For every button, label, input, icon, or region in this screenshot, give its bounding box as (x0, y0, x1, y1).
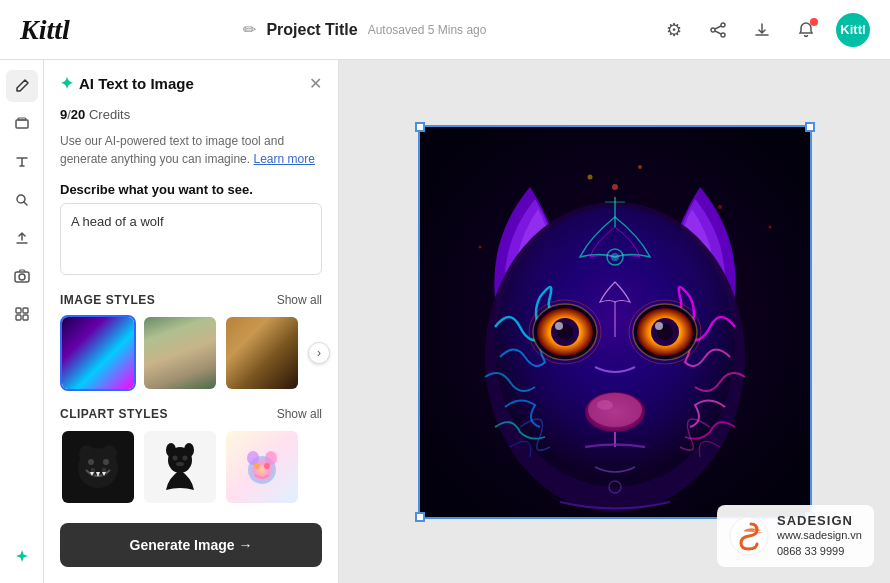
canvas-area: SADESIGN www.sadesign.vn 0868 33 9999 (339, 60, 890, 583)
svg-point-1 (711, 28, 715, 32)
svg-point-39 (478, 245, 481, 248)
credits-bar: 9/20 Credits (44, 103, 338, 132)
notification-icon[interactable] (792, 16, 820, 44)
panel-header: ✦ AI Text to Image ✕ (44, 60, 338, 103)
svg-point-35 (587, 174, 592, 179)
sadesign-logo (729, 516, 769, 556)
corner-handle-bl[interactable] (415, 512, 425, 522)
svg-point-22 (166, 443, 176, 457)
svg-point-36 (718, 205, 722, 209)
credits-total: 20 (71, 107, 85, 122)
svg-point-2 (721, 33, 725, 37)
header-right: ⚙ Kittl (660, 13, 870, 47)
image-styles-show-all[interactable]: Show all (277, 293, 322, 307)
header-center: ✏ Project Title Autosaved 5 Mins ago (243, 20, 486, 39)
svg-rect-11 (23, 308, 28, 313)
text-tool-button[interactable] (6, 146, 38, 178)
logo: Kittl (20, 14, 70, 46)
svg-line-4 (715, 31, 721, 34)
describe-label: Describe what you want to see. (44, 178, 338, 203)
image-style-item-2[interactable] (224, 315, 300, 391)
watermark: SADESIGN www.sadesign.vn 0868 33 9999 (717, 505, 874, 567)
clipart-styles-section: CLIPART STYLES Show all (44, 401, 338, 515)
svg-point-28 (247, 451, 259, 465)
project-title[interactable]: Project Title (266, 21, 357, 39)
share-icon[interactable] (704, 16, 732, 44)
clipart-styles-title: CLIPART STYLES (60, 407, 168, 421)
image-styles-next-arrow[interactable]: › (308, 342, 330, 364)
layers-tool-button[interactable] (6, 108, 38, 140)
header: Kittl ✏ Project Title Autosaved 5 Mins a… (0, 0, 890, 60)
panel-description: Use our AI-powered text to image tool an… (44, 132, 338, 178)
svg-point-25 (182, 455, 187, 460)
describe-textarea[interactable]: A head of a wolf (60, 203, 322, 275)
credits-label: Credits (89, 107, 130, 122)
panel-title: ✦ AI Text to Image (60, 74, 194, 93)
clipart-styles-show-all[interactable]: Show all (277, 407, 322, 421)
ai-sparkle-button[interactable] (6, 541, 38, 573)
watermark-phone: 0868 33 9999 (777, 544, 862, 559)
settings-icon[interactable]: ⚙ (660, 16, 688, 44)
image-style-item-0[interactable] (60, 315, 136, 391)
svg-point-16 (101, 445, 117, 463)
main-layout: ✦ AI Text to Image ✕ 9/20 Credits Use ou… (0, 60, 890, 583)
edit-tool-button[interactable] (6, 70, 38, 102)
svg-point-20 (103, 459, 109, 465)
svg-rect-5 (16, 120, 28, 128)
wolf-artwork (420, 127, 810, 517)
svg-point-24 (172, 455, 177, 460)
svg-point-29 (265, 451, 277, 465)
svg-point-31 (264, 463, 270, 469)
svg-point-9 (19, 274, 25, 280)
image-style-item-1[interactable] (142, 315, 218, 391)
svg-point-26 (176, 462, 184, 466)
clipart-style-item-1[interactable] (142, 429, 218, 505)
svg-point-38 (768, 225, 771, 228)
side-panel: ✦ AI Text to Image ✕ 9/20 Credits Use ou… (44, 60, 339, 583)
left-toolbar (0, 60, 44, 583)
image-styles-title: IMAGE STYLES (60, 293, 155, 307)
image-styles-row: › (44, 315, 338, 391)
svg-point-50 (555, 322, 563, 330)
upload-tool-button[interactable] (6, 222, 38, 254)
svg-point-34 (638, 165, 642, 169)
svg-rect-13 (23, 315, 28, 320)
grid-tool-button[interactable] (6, 298, 38, 330)
clipart-style-item-0[interactable] (60, 429, 136, 505)
pencil-icon[interactable]: ✏ (243, 20, 256, 39)
clipart-style-item-2[interactable] (224, 429, 300, 505)
svg-rect-10 (16, 308, 21, 313)
watermark-info: SADESIGN www.sadesign.vn 0868 33 9999 (777, 513, 862, 559)
autosave-status: Autosaved 5 Mins ago (368, 23, 487, 37)
download-icon[interactable] (748, 16, 776, 44)
svg-point-33 (612, 184, 618, 190)
svg-point-0 (721, 23, 725, 27)
clipart-styles-header: CLIPART STYLES Show all (44, 401, 338, 429)
svg-line-3 (715, 26, 721, 29)
camera-tool-button[interactable] (6, 260, 38, 292)
svg-point-19 (88, 459, 94, 465)
corner-handle-tr[interactable] (805, 122, 815, 132)
clipart-styles-row (44, 429, 338, 505)
corner-handle-tl[interactable] (415, 122, 425, 132)
svg-point-62 (597, 400, 613, 410)
generate-image-button[interactable]: Generate Image → (60, 523, 322, 567)
svg-point-23 (184, 443, 194, 457)
watermark-website: www.sadesign.vn (777, 528, 862, 543)
image-styles-section: IMAGE STYLES Show all › (44, 287, 338, 401)
ai-star-icon: ✦ (60, 74, 73, 93)
close-panel-button[interactable]: ✕ (309, 74, 322, 93)
avatar[interactable]: Kittl (836, 13, 870, 47)
watermark-brand: SADESIGN (777, 513, 862, 528)
image-styles-header: IMAGE STYLES Show all (44, 287, 338, 315)
learn-more-link[interactable]: Learn more (253, 152, 314, 166)
search-tool-button[interactable] (6, 184, 38, 216)
svg-point-43 (611, 253, 619, 261)
svg-rect-12 (16, 315, 21, 320)
svg-point-61 (588, 393, 642, 427)
svg-rect-6 (18, 118, 26, 120)
canvas-image[interactable] (420, 127, 810, 517)
svg-point-30 (254, 463, 260, 469)
notification-badge (810, 18, 818, 26)
svg-point-57 (655, 322, 663, 330)
